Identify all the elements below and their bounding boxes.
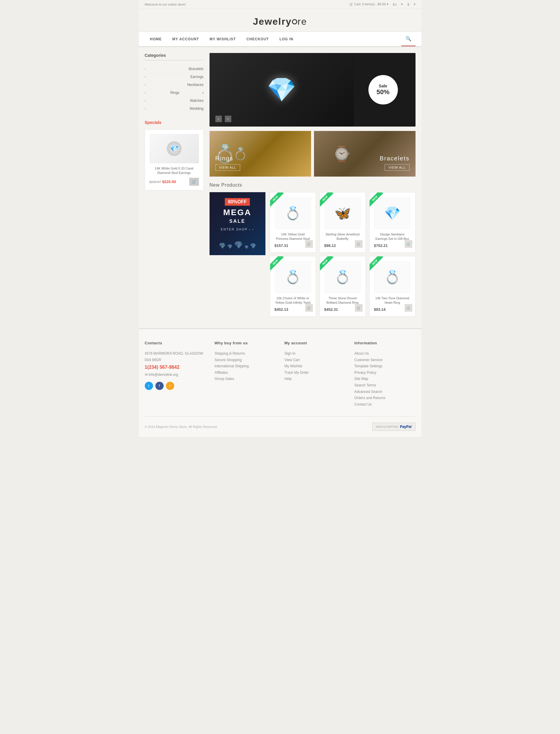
- nav-login[interactable]: LOG IN: [274, 33, 299, 45]
- sign-in-link[interactable]: Sign In: [285, 351, 346, 357]
- add-to-cart-button-5[interactable]: 🛒: [355, 304, 363, 312]
- sidebar: Categories Bracelets Earrings Necklaces …: [145, 53, 204, 316]
- track-order-link[interactable]: Track My Order: [285, 370, 346, 376]
- cart-summary[interactable]: 🛒 Cart: 0 item(s) - $0.00 ▾: [349, 2, 388, 6]
- site-map-link[interactable]: Site Map: [354, 376, 416, 382]
- products-grid: NEW 💍 14K Yellow Gold Princess Diamond S…: [270, 192, 416, 316]
- product-price-1: $157.31: [275, 243, 288, 248]
- nav-links: HOME MY ACCOUNT MY WISHLIST CHECKOUT LOG…: [145, 33, 299, 45]
- product-price-4: $452.13: [275, 307, 288, 312]
- category-list: Bracelets Earrings Necklaces Rings ▾ Wat…: [145, 65, 204, 113]
- product-footer-6: $93.14 🛒: [374, 307, 411, 312]
- hero-slider: 💎 Sale 50% ‹ ›: [210, 53, 416, 127]
- contact-us-link[interactable]: Contact Us: [354, 401, 416, 408]
- product-card-5: NEW 💍 Three Stone Round Brilliant Diamon…: [320, 256, 366, 316]
- nav-account[interactable]: MY ACCOUNT: [167, 33, 205, 45]
- contact-phone[interactable]: 1(234) 567-9842: [145, 363, 206, 372]
- top-bar-right: 🛒 Cart: 0 item(s) - $0.00 ▾ En ▾ $ ▾: [349, 2, 416, 6]
- view-cart-link[interactable]: View Cart: [285, 357, 346, 363]
- category-item-wedding[interactable]: Wedding: [145, 105, 204, 113]
- rss-icon[interactable]: r: [166, 382, 174, 390]
- logo-part1: Jewelry: [253, 16, 292, 27]
- footer-bottom: © 2014 Magento Demo Store. All Rights Re…: [145, 416, 416, 431]
- contact-address: 4578 MARMORA ROAD, GLASGOW D04 89GR: [145, 351, 206, 363]
- shipping-returns-link[interactable]: Shipping & Returns: [215, 351, 276, 357]
- special-add-to-cart-button[interactable]: 🛒: [189, 178, 199, 186]
- mega-sale-banner[interactable]: 80%OFF MEGA SALE ENTER SHOP › 💎 💎: [210, 192, 265, 255]
- rings-view-all-button[interactable]: VIEW ALL: [215, 164, 240, 171]
- footer-contacts: Contacts 4578 MARMORA ROAD, GLASGOW D04 …: [145, 341, 206, 408]
- product-footer-2: $98.12 🛒: [324, 243, 361, 248]
- add-to-cart-button-1[interactable]: 🛒: [305, 240, 313, 248]
- bracelets-banner-name: Bracelets: [380, 155, 409, 162]
- currency-selector[interactable]: $: [407, 3, 409, 6]
- bracelets-banner-image: ⌚: [314, 131, 370, 177]
- category-item-rings[interactable]: Rings ▾: [145, 89, 204, 97]
- social-icons: t f r: [145, 382, 206, 390]
- product-card-6: NEW 💍 14k Two-Tone Diamond Heart Ring $9…: [369, 256, 416, 316]
- footer-my-account: My account Sign In View Cart My Wishlist…: [285, 341, 346, 408]
- category-item-earrings[interactable]: Earrings: [145, 73, 204, 81]
- paypal-now-accepting: NOW ACCEPTING: [376, 425, 399, 428]
- nav-home[interactable]: HOME: [145, 33, 167, 45]
- bracelets-banner[interactable]: ⌚ Bracelets VIEW ALL: [314, 131, 416, 177]
- new-ribbon-5: NEW: [320, 256, 335, 271]
- international-shipping-link[interactable]: International Shipping: [215, 363, 276, 370]
- sale-percent-badge: 80%OFF: [215, 198, 260, 208]
- template-settings-link[interactable]: Template Settings: [354, 363, 416, 370]
- my-wishlist-link[interactable]: My Wishlist: [285, 363, 346, 370]
- site-logo[interactable]: Jewelryre: [145, 16, 416, 27]
- product-card-3: NEW 💎 Design Necklace Earrings Set in Gi…: [369, 192, 416, 253]
- product-card-1: NEW 💍 14K Yellow Gold Princess Diamond S…: [270, 192, 316, 253]
- enter-shop-button[interactable]: ENTER SHOP ›: [215, 227, 260, 231]
- group-sales-link[interactable]: Group Sales: [215, 376, 276, 382]
- about-us-link[interactable]: About Us: [354, 351, 416, 357]
- category-item-watches[interactable]: Watches: [145, 97, 204, 105]
- search-icon[interactable]: 🔍: [401, 32, 416, 46]
- top-bar: Welcome to our online store! 🛒 Cart: 0 i…: [139, 0, 421, 9]
- slider-next-button[interactable]: ›: [225, 116, 231, 122]
- diamond-deco-3: 💎: [234, 241, 243, 249]
- content-area: 💎 Sale 50% ‹ › 💍 💍: [210, 53, 416, 316]
- search-terms-link[interactable]: Search Terms: [354, 382, 416, 389]
- product-name-4: 10k Choice of White or Yellow Gold Infin…: [275, 296, 311, 305]
- copyright-text: © 2014 Magento Demo Store. All Rights Re…: [145, 425, 218, 429]
- nav-wishlist[interactable]: MY WISHLIST: [204, 33, 241, 45]
- cart-icon: 🛒: [349, 2, 353, 6]
- help-link[interactable]: Help: [285, 376, 346, 382]
- add-to-cart-button-2[interactable]: 🛒: [355, 240, 363, 248]
- twitter-icon[interactable]: t: [145, 382, 153, 390]
- facebook-icon[interactable]: f: [155, 382, 164, 390]
- rings-banner-name: Rings: [215, 155, 240, 162]
- slider-prev-button[interactable]: ‹: [215, 116, 222, 122]
- add-to-cart-button-3[interactable]: 🛒: [405, 240, 412, 248]
- mega-sale-column: 80%OFF MEGA SALE ENTER SHOP › 💎 💎: [210, 192, 265, 316]
- secure-shopping-link[interactable]: Secure Shopping: [215, 357, 276, 363]
- main-navigation: HOME MY ACCOUNT MY WISHLIST CHECKOUT LOG…: [139, 31, 421, 47]
- add-to-cart-button-6[interactable]: 🛒: [405, 304, 412, 312]
- new-products-section: New Products 80%OFF MEGA SALE ENT: [210, 182, 416, 316]
- customer-service-link[interactable]: Customer Service: [354, 357, 416, 363]
- nav-checkout[interactable]: CHECKOUT: [241, 33, 274, 45]
- paypal-badge[interactable]: NOW ACCEPTING PayPal: [372, 423, 416, 431]
- add-to-cart-button-4[interactable]: 🛒: [305, 304, 313, 312]
- privacy-policy-link[interactable]: Privacy Policy: [354, 370, 416, 376]
- email-icon: ✉: [145, 373, 149, 377]
- advanced-search-link[interactable]: Advanced Search: [354, 389, 416, 395]
- product-price-3: $752.21: [374, 243, 388, 248]
- rings-banner[interactable]: 💍 💍 Rings VIEW ALL: [210, 131, 311, 177]
- category-item-necklaces[interactable]: Necklaces: [145, 81, 204, 89]
- lang-dropdown-icon: ▾: [401, 2, 403, 6]
- product-footer-1: $157.31 🛒: [275, 243, 311, 248]
- category-item-bracelets[interactable]: Bracelets: [145, 65, 204, 73]
- contacts-title: Contacts: [145, 341, 206, 345]
- bracelets-view-all-button[interactable]: VIEW ALL: [385, 164, 409, 171]
- cart-dropdown-icon: ▾: [387, 2, 388, 6]
- diamond-deco-1: 💎: [219, 242, 226, 249]
- orders-returns-link[interactable]: Orders and Returns: [354, 395, 416, 401]
- product-price-6: $93.14: [374, 307, 386, 312]
- affiliates-link[interactable]: Affiliates: [215, 370, 276, 376]
- diamond-deco-2: 💎: [227, 244, 233, 249]
- diamond-deco-5: 💎: [250, 243, 256, 249]
- language-selector[interactable]: En: [393, 3, 397, 6]
